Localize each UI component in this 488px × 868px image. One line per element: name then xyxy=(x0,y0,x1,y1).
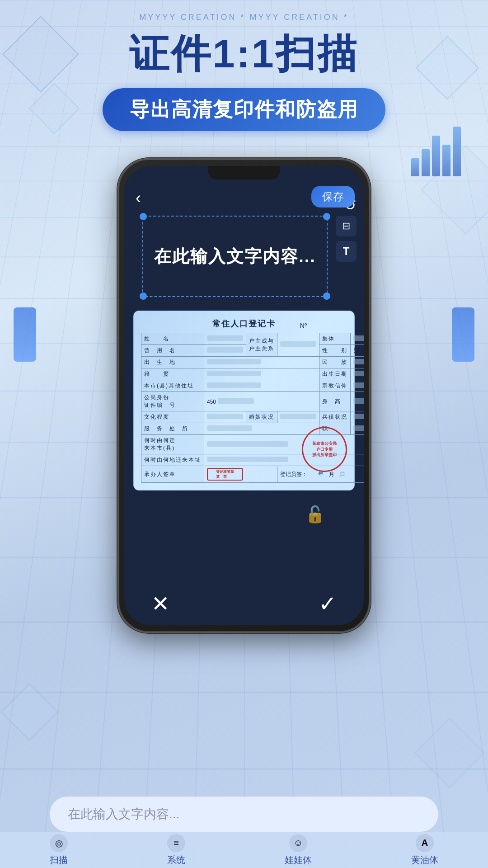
edit-icons-panel: ⊟ T xyxy=(336,216,357,262)
stamp-circle: 某政市公安局户口专用派出所章盖印 xyxy=(297,422,352,477)
bottom-navigation: ◎ 扫描 ≡ 系统 ☺ 娃娃体 A 黄油体 xyxy=(0,832,488,868)
table-row: 出 生 地 民 族 xyxy=(141,357,364,368)
save-button[interactable]: 保存 xyxy=(311,186,355,208)
nav-item-font1[interactable]: ☺ 娃娃体 xyxy=(285,834,312,866)
nav-label-system: 系统 xyxy=(167,854,185,866)
table-row: 姓 名 户主成与户主关系 集体 xyxy=(141,333,364,345)
corner-handle-tr[interactable] xyxy=(323,213,330,220)
nav-item-scan[interactable]: ◎ 扫描 xyxy=(50,834,68,866)
text-input-field[interactable]: 在此输入文字内容... xyxy=(50,797,438,832)
text-format-icon: T xyxy=(343,245,350,258)
corner-handle-br[interactable] xyxy=(323,292,330,300)
bar-5 xyxy=(453,127,461,176)
table-row: 公民身份证件编 号 450 身 高 xyxy=(141,392,364,411)
input-placeholder: 在此输入文字内容... xyxy=(68,807,179,821)
phone-bottom-controls: ✕ ✓ xyxy=(124,591,364,616)
bar-1 xyxy=(411,158,419,176)
nav-label-font2: 黄油体 xyxy=(411,854,438,866)
font2-icon: A xyxy=(416,834,434,852)
lock-icon: 🔓 xyxy=(305,505,325,524)
text-format-icon-button[interactable]: T xyxy=(336,241,357,262)
subtitle-text: 导出高清复印件和防盗用 xyxy=(130,98,358,120)
font1-icon: ☺ xyxy=(289,834,307,852)
side-decoration-left xyxy=(14,307,36,362)
resize-icon: ⊟ xyxy=(342,220,350,232)
side-decoration-right xyxy=(452,307,474,362)
corner-handle-tl[interactable] xyxy=(140,213,147,220)
table-row: 本市(县)其他住址 宗教信仰 xyxy=(141,380,364,392)
scan-icon: ◎ xyxy=(50,834,68,852)
confirm-button[interactable]: ✓ xyxy=(319,591,337,616)
phone-mockup: ‹ ↺ 保存 在此输入文字内容... ⊟ T 常住人口登记卡 Nº xyxy=(117,158,371,633)
bar-4 xyxy=(442,145,450,176)
cancel-button[interactable]: ✕ xyxy=(151,591,169,616)
bar-2 xyxy=(422,149,430,176)
system-icon: ≡ xyxy=(167,834,185,852)
nav-label-font1: 娃娃体 xyxy=(285,854,312,866)
nav-item-system[interactable]: ≡ 系统 xyxy=(167,834,185,866)
text-edit-area[interactable]: 在此输入文字内容... xyxy=(142,216,328,297)
table-row: 籍 贯 出生日期 xyxy=(141,368,364,380)
red-stamp: 某政市公安局户口专用派出所章盖印 xyxy=(302,427,347,472)
watermark-text: MYYYY CREATION * MYYY CREATION * xyxy=(139,13,349,22)
subtitle-banner: 导出高清复印件和防盗用 xyxy=(103,88,385,131)
phone-screen: ‹ ↺ 保存 在此输入文字内容... ⊟ T 常住人口登记卡 Nº xyxy=(124,166,364,625)
nav-label-scan: 扫描 xyxy=(50,854,68,866)
phone-notch xyxy=(208,166,280,179)
document-number: Nº xyxy=(300,322,323,329)
page-title: 证件1:1扫描 xyxy=(129,27,358,81)
resize-icon-button[interactable]: ⊟ xyxy=(336,216,357,236)
back-button[interactable]: ‹ xyxy=(136,189,141,208)
text-edit-placeholder: 在此输入文字内容... xyxy=(154,245,316,268)
document-card: 常住人口登记卡 Nº 姓 名 户主成与户主关系 集体 曾 用 名 性 别 另 xyxy=(133,311,355,491)
bar-chart-decoration xyxy=(411,127,461,176)
corner-handle-bl[interactable] xyxy=(140,292,147,300)
nav-item-font2[interactable]: A 黄油体 xyxy=(411,834,438,866)
bar-3 xyxy=(432,136,440,176)
table-row: 文化程度 婚姻状况 兵役状况 xyxy=(141,411,364,423)
